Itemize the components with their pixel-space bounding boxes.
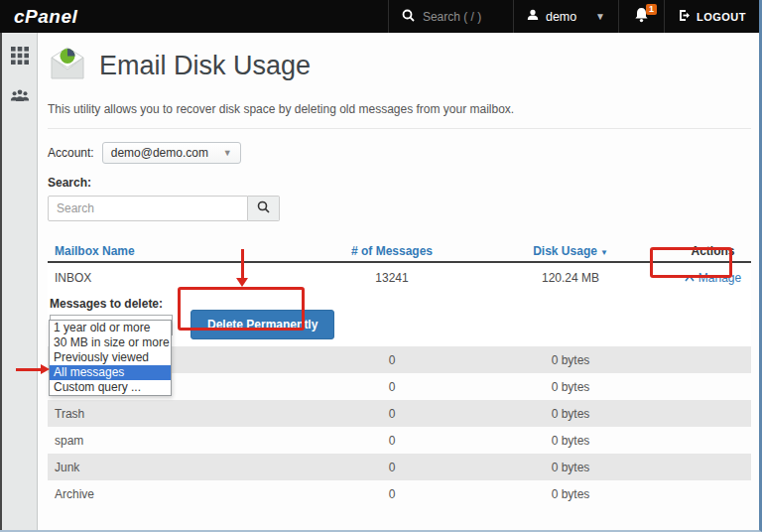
mailbox-name: INBOX: [48, 271, 318, 285]
page-header: Email Disk Usage: [48, 45, 751, 86]
cpanel-logo[interactable]: cPanel: [0, 0, 91, 33]
message-count: 0: [318, 434, 466, 448]
disk-usage-value: 120.24 MB: [466, 271, 675, 285]
dropdown-option[interactable]: Custom query ...: [50, 380, 171, 395]
sort-by-mailbox-name[interactable]: Mailbox Name: [48, 244, 318, 258]
topbar: cPanel Search ( / ) demo ▼ 1: [0, 0, 759, 33]
mailbox-name: Archive: [48, 487, 318, 501]
table-row: Archive 0 0 bytes: [48, 480, 751, 507]
logout-label: LOGOUT: [697, 11, 746, 23]
sort-descending-icon: ▼: [600, 248, 608, 257]
chevron-down-icon: ▼: [595, 11, 605, 22]
disk-usage-value: 0 bytes: [466, 434, 675, 448]
notifications-button[interactable]: 1: [618, 0, 664, 33]
mailbox-name: Junk: [48, 461, 318, 474]
search-button[interactable]: [248, 196, 280, 221]
email-disk-usage-screen: cPanel Search ( / ) demo ▼ 1: [0, 0, 762, 532]
message-count: 0: [318, 407, 466, 421]
left-sidebar: [0, 33, 38, 530]
disk-usage-value: 0 bytes: [466, 380, 675, 394]
apps-grid-icon[interactable]: [10, 46, 30, 66]
email-disk-usage-icon: [48, 45, 87, 86]
manage-link-label: Manage: [698, 271, 741, 285]
table-row: Junk 0 0 bytes: [48, 454, 751, 480]
actions-header: Actions: [675, 244, 751, 258]
search-icon: [402, 9, 415, 25]
user-menu[interactable]: demo ▼: [513, 0, 618, 33]
logout-button[interactable]: LOGOUT: [664, 0, 759, 33]
account-select[interactable]: demo@demo.com ▼: [102, 142, 241, 164]
table-row: spam 0 0 bytes: [48, 427, 751, 454]
disk-usage-value: 0 bytes: [466, 487, 675, 501]
message-count: 0: [318, 380, 466, 394]
messages-to-delete-dropdown-list: 1 year old or more 30 MB in size or more…: [49, 320, 172, 396]
table-row: INBOX 13241 120.24 MB Manage: [48, 263, 751, 293]
mailbox-name: Trash: [48, 407, 318, 421]
sort-by-messages[interactable]: # of Messages: [318, 244, 466, 258]
message-count: 0: [318, 353, 466, 367]
divider: [48, 128, 751, 129]
message-count: 0: [318, 487, 466, 501]
global-search[interactable]: Search ( / ): [388, 0, 513, 33]
disk-usage-value: 0 bytes: [466, 407, 675, 421]
global-search-placeholder: Search ( / ): [423, 10, 481, 24]
message-count: 13241: [318, 271, 466, 285]
topbar-right: Search ( / ) demo ▼ 1 LOGOUT: [388, 0, 759, 33]
page-description: This utility allows you to recover disk …: [48, 102, 751, 116]
manage-link[interactable]: Manage: [685, 271, 741, 285]
search-input[interactable]: [48, 196, 248, 221]
disk-usage-header-label: Disk Usage: [533, 244, 597, 258]
dropdown-option[interactable]: Previously viewed: [50, 350, 171, 365]
account-label: Account:: [48, 146, 94, 160]
search-label: Search:: [48, 176, 751, 190]
disk-usage-value: 0 bytes: [466, 353, 675, 367]
table-row: Trash 0 0 bytes: [48, 400, 751, 427]
main-content: Email Disk Usage This utility allows you…: [38, 33, 759, 530]
dropdown-option[interactable]: 1 year old or more: [50, 321, 171, 335]
user-icon: [527, 9, 539, 24]
search-icon: [257, 200, 270, 216]
chevron-up-icon: [685, 271, 695, 285]
account-selected-value: demo@demo.com: [111, 146, 208, 160]
dropdown-option[interactable]: 30 MB in size or more: [50, 335, 171, 350]
sort-by-disk-usage[interactable]: Disk Usage▼: [466, 244, 675, 258]
mailbox-name: spam: [48, 434, 318, 448]
disk-usage-value: 0 bytes: [466, 461, 675, 474]
delete-permanently-button[interactable]: Delete Permanently: [190, 310, 334, 339]
mailbox-search: [48, 196, 751, 221]
logout-icon: [678, 9, 691, 24]
table-header-row: Mailbox Name # of Messages Disk Usage▼ A…: [48, 241, 751, 263]
user-name: demo: [546, 10, 576, 24]
page-title: Email Disk Usage: [99, 51, 311, 81]
dropdown-option-highlighted[interactable]: All messages: [50, 365, 171, 380]
notification-badge: 1: [646, 4, 657, 15]
people-icon[interactable]: [10, 85, 30, 105]
message-count: 0: [318, 461, 466, 474]
chevron-down-icon: ▼: [223, 148, 232, 158]
account-row: Account: demo@demo.com ▼: [48, 142, 751, 164]
messages-to-delete-label: Messages to delete:: [50, 297, 751, 311]
